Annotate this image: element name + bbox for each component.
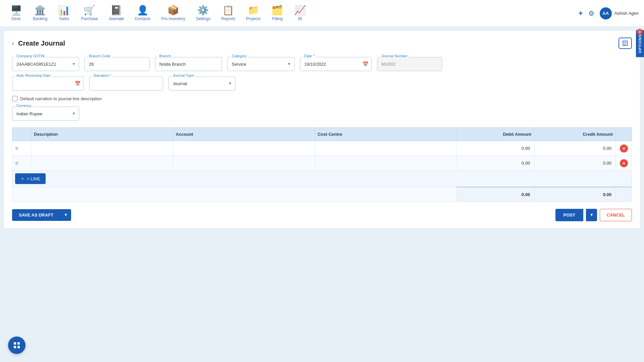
journal-type-group: Journal Type Journal Opening Closing ▼ <box>168 76 235 90</box>
post-button[interactable]: POST <box>555 209 583 221</box>
row1-account-input[interactable] <box>176 146 312 151</box>
branch-code-label: Branch Code <box>88 54 111 58</box>
profile-icon-button[interactable] <box>619 38 632 49</box>
nav-item-desk[interactable]: 🖥️ Desk <box>5 3 27 24</box>
totals-empty <box>12 187 457 202</box>
row1-account-cell[interactable] <box>173 141 315 156</box>
nav-label-pro-inventory: Pro Inventory <box>161 16 185 21</box>
date-group: Date * 📅 <box>300 57 372 71</box>
row2-cost-centre-input[interactable] <box>318 161 454 166</box>
nav-label-banking: Banking <box>33 16 47 21</box>
col-cost-centre: Cost Centre <box>315 128 457 141</box>
nav-item-journals[interactable]: 📓 Journals <box>104 3 128 24</box>
projects-icon: 📁 <box>248 6 259 15</box>
journal-type-select[interactable]: Journal Opening Closing <box>168 76 235 90</box>
remove-row1-button[interactable]: ✕ <box>620 144 628 153</box>
table-header: Description Account Cost Centre Debit Am… <box>12 128 632 141</box>
journals-icon: 📓 <box>110 6 122 15</box>
company-gstin-group: Company GSTIN 24AABCA5951E1Z1 ▼ <box>12 57 79 71</box>
row2-description-cell[interactable] <box>31 156 173 171</box>
settings-icon: ⚙️ <box>197 6 209 15</box>
row1-description-input[interactable] <box>34 146 170 151</box>
auto-reversing-calendar-icon[interactable]: 📅 <box>75 81 80 86</box>
row1-cost-centre-cell[interactable] <box>315 141 457 156</box>
avatar-initials: AA <box>602 11 609 16</box>
page-header: ‹ Create Journal <box>12 38 632 49</box>
total-debit: 0.00 <box>457 187 534 202</box>
company-gstin-label: Company GSTIN <box>15 54 46 58</box>
nav-item-banking[interactable]: 🏛️ Banking <box>28 3 52 24</box>
reports-icon: 📋 <box>222 6 234 15</box>
add-line-row: ＋ + LINE <box>12 171 632 187</box>
branch-code-input[interactable] <box>85 57 150 71</box>
narration-input[interactable] <box>89 76 163 90</box>
branch-label: Branch <box>158 54 172 58</box>
nav-item-contacts[interactable]: 👤 Contacts <box>130 3 155 24</box>
nav-item-pro-inventory[interactable]: 📦 Pro Inventory <box>157 3 190 24</box>
post-dropdown-button[interactable]: ▼ <box>586 209 597 221</box>
nav-item-bi[interactable]: 📈 BI <box>289 3 311 24</box>
nav-label-purchase: Purchase <box>81 16 98 21</box>
nav-item-reports[interactable]: 📋 Reports <box>217 3 240 24</box>
gear-button[interactable]: ⚙ <box>588 9 594 17</box>
col-credit: Credit Amount <box>534 128 616 141</box>
nav-label-projects: Projects <box>246 16 261 21</box>
nav-item-purchase[interactable]: 🛒 Purchase <box>76 3 103 24</box>
default-narration-row: Default narration to journal line descri… <box>12 96 632 101</box>
row1-credit-cell: 0.00 <box>534 141 616 156</box>
row2-account-input[interactable] <box>176 161 312 166</box>
add-line-plus-icon: ＋ <box>20 176 25 182</box>
save-as-draft-button[interactable]: SAVE AS DRAFT <box>12 209 60 221</box>
auto-reversing-date-group: Auto Reversing Date 📅 <box>12 76 84 90</box>
date-label: Date * <box>303 54 316 58</box>
add-line-cell: ＋ + LINE <box>12 171 632 187</box>
user-profile[interactable]: AA Ashish Agen <box>600 7 639 19</box>
remove-row2-button[interactable]: ✕ <box>620 159 628 167</box>
row1-description-cell[interactable] <box>31 141 173 156</box>
nav-item-projects[interactable]: 📁 Projects <box>241 3 265 24</box>
row2-cost-centre-cell[interactable] <box>315 156 457 171</box>
company-gstin-select[interactable]: 24AABCA5951E1Z1 <box>12 57 79 71</box>
username: Ashish Agen <box>614 11 639 16</box>
cancel-button[interactable]: CANCEL <box>600 209 632 221</box>
journal-number-input <box>377 57 442 71</box>
save-as-draft-dropdown-button[interactable]: ▼ <box>60 209 71 221</box>
row2-description-input[interactable] <box>34 161 170 166</box>
category-group: Category Service Purchase Sales ▼ <box>227 57 294 71</box>
currency-select[interactable]: Indian Rupee US Dollar Euro <box>12 107 79 121</box>
col-action <box>616 128 632 141</box>
banking-icon: 🏛️ <box>34 6 46 15</box>
drag-handle-1[interactable]: ≡ <box>15 145 18 151</box>
form-row-currency: Currency Indian Rupee US Dollar Euro ▼ <box>12 107 632 121</box>
add-line-button[interactable]: ＋ + LINE <box>15 173 46 184</box>
profile-card-icon <box>622 40 629 47</box>
contacts-icon: 👤 <box>137 6 149 15</box>
add-button[interactable]: + <box>579 9 583 18</box>
default-narration-label[interactable]: Default narration to journal line descri… <box>20 96 102 101</box>
journal-type-label: Journal Type <box>172 73 195 77</box>
nav-item-filling[interactable]: 🗂️ Filling <box>267 3 288 24</box>
col-handle <box>12 128 31 141</box>
default-narration-checkbox[interactable] <box>12 96 17 101</box>
form-footer: SAVE AS DRAFT ▼ POST ▼ CANCEL <box>12 209 632 221</box>
journal-table: Description Account Cost Centre Debit Am… <box>12 127 632 202</box>
date-input[interactable] <box>300 57 372 71</box>
date-calendar-icon[interactable]: 📅 <box>363 61 368 67</box>
nav-label-journals: Journals <box>109 16 124 21</box>
back-button[interactable]: ‹ <box>12 40 14 47</box>
row1-cost-centre-input[interactable] <box>318 146 454 151</box>
auto-reversing-date-input[interactable] <box>12 76 84 90</box>
nav-item-settings[interactable]: ⚙️ Settings <box>191 3 215 24</box>
row2-account-cell[interactable] <box>173 156 315 171</box>
totals-action <box>616 187 632 202</box>
svg-point-0 <box>623 42 624 43</box>
row1-debit-cell: 0.00 <box>457 141 534 156</box>
nav-item-sales[interactable]: 📊 Sales <box>53 3 75 24</box>
nav-items: 🖥️ Desk 🏛️ Banking 📊 Sales 🛒 Purchase 📓 … <box>5 3 579 24</box>
row2-remove-cell: ✕ <box>616 156 632 171</box>
row2-handle-cell: ≡ <box>12 156 31 171</box>
category-select[interactable]: Service Purchase Sales <box>227 57 294 71</box>
branch-input[interactable] <box>155 57 222 71</box>
drag-handle-2[interactable]: ≡ <box>15 160 18 166</box>
form-row-1: Company GSTIN 24AABCA5951E1Z1 ▼ Branch C… <box>12 57 632 71</box>
